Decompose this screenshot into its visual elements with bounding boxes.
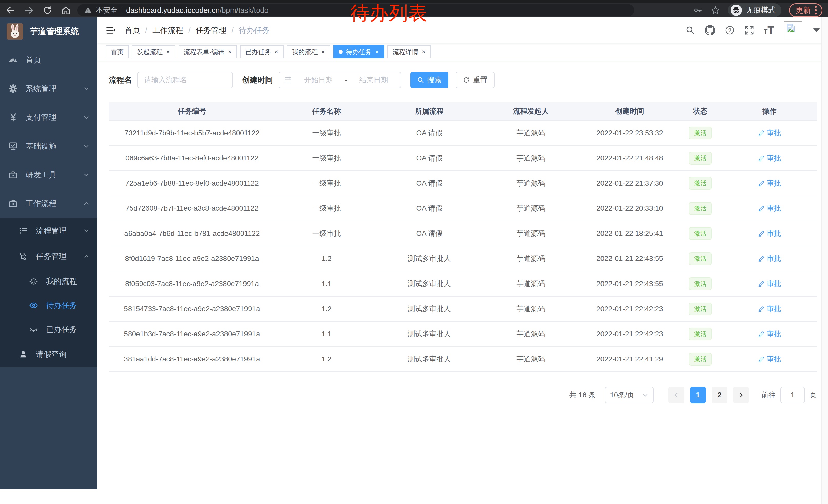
close-icon[interactable]: × xyxy=(227,48,232,55)
page-button-1[interactable]: 1 xyxy=(690,387,706,403)
breadcrumb-item-task-management[interactable]: 任务管理 xyxy=(196,25,226,36)
status-badge: 激活 xyxy=(689,152,711,165)
table-row: 069c6a63-7b8a-11ec-8ef0-acde48001122 一级审… xyxy=(109,146,817,171)
sidebar-item-label: 首页 xyxy=(26,55,41,65)
update-button[interactable]: 更新 xyxy=(789,3,822,17)
tab-process-detail[interactable]: 流程详情 × xyxy=(387,45,431,58)
sidebar-collapse-icon[interactable] xyxy=(106,25,116,35)
sidebar-item-process-management[interactable]: 流程管理 xyxy=(0,218,97,243)
sidebar-item-todo-tasks[interactable]: 待办任务 xyxy=(0,293,97,317)
sidebar-item-infrastructure[interactable]: 基础设施 xyxy=(0,132,97,161)
tab-label: 我的流程 xyxy=(292,48,318,56)
close-icon[interactable]: × xyxy=(421,48,426,55)
approve-button[interactable]: 审批 xyxy=(758,229,781,238)
next-page-button[interactable] xyxy=(733,387,749,403)
avatar[interactable] xyxy=(784,21,802,40)
cell-starter: 芋道源码 xyxy=(481,347,581,372)
close-icon[interactable]: × xyxy=(166,48,170,55)
home-icon[interactable] xyxy=(61,5,71,15)
process-name-input[interactable]: 请输入流程名 xyxy=(137,72,233,88)
search-button[interactable]: 搜索 xyxy=(410,72,448,88)
tab-todo-tasks[interactable]: 待办任务 × xyxy=(333,45,384,58)
logo-row[interactable]: 芋道管理系统 xyxy=(0,17,97,46)
avatar-caret-icon[interactable] xyxy=(813,28,820,32)
cell-starter: 芋道源码 xyxy=(481,271,581,296)
tab-label: 首页 xyxy=(111,48,124,56)
search-label: 搜索 xyxy=(427,75,442,85)
breadcrumb-item-home[interactable]: 首页 xyxy=(125,25,140,36)
approve-button[interactable]: 审批 xyxy=(758,329,781,339)
breadcrumb-separator: / xyxy=(145,26,147,35)
approve-button[interactable]: 审批 xyxy=(758,178,781,188)
col-process: 所属流程 xyxy=(378,102,481,121)
create-time-range-picker[interactable]: 开始日期 - 结束日期 xyxy=(279,72,401,88)
incognito-label: 无痕模式 xyxy=(746,5,776,15)
yen-icon xyxy=(8,113,18,122)
list-icon xyxy=(18,226,28,235)
search-icon[interactable] xyxy=(686,26,695,35)
fullscreen-icon[interactable] xyxy=(744,26,754,35)
incognito-badge: 无痕模式 xyxy=(728,3,781,17)
cell-task-name: 1.1 xyxy=(275,271,378,296)
approve-button[interactable]: 审批 xyxy=(758,153,781,163)
sidebar-item-leave-query[interactable]: 请假查询 xyxy=(0,341,97,367)
browser-menu-dots-icon[interactable] xyxy=(815,5,818,15)
approve-button[interactable]: 审批 xyxy=(758,279,781,289)
prev-page-button[interactable] xyxy=(668,387,685,403)
breadcrumb-item-workflow[interactable]: 工作流程 xyxy=(152,25,183,36)
approve-button[interactable]: 审批 xyxy=(758,128,781,138)
goto-page-input[interactable]: 1 xyxy=(780,387,805,403)
font-size-icon[interactable]: TT xyxy=(764,26,774,35)
sidebar-item-workflow[interactable]: 工作流程 xyxy=(0,189,97,218)
approve-button[interactable]: 审批 xyxy=(758,304,781,314)
approve-button[interactable]: 审批 xyxy=(758,254,781,264)
reset-button[interactable]: 重置 xyxy=(456,72,495,88)
cell-process: 测试多审批人 xyxy=(378,246,481,271)
cell-process: OA 请假 xyxy=(378,146,481,171)
help-icon[interactable]: ? xyxy=(725,26,735,35)
chevron-down-icon xyxy=(83,227,97,234)
table-row: 8f0d1619-7ac8-11ec-a9e2-a2380e71991a 1.2… xyxy=(109,246,817,271)
url-bar[interactable]: 不安全 dashboard.yudao.iocoder.cn/bpm/task/… xyxy=(78,4,634,16)
cell-task-id: 8f0d1619-7ac8-11ec-a9e2-a2380e71991a xyxy=(109,246,275,271)
approve-button[interactable]: 审批 xyxy=(758,203,781,213)
chevron-up-icon xyxy=(83,200,97,207)
table-row: 73211d9d-7b9b-11ec-b5b7-acde48001122 一级审… xyxy=(109,121,817,146)
sidebar-item-system[interactable]: 系统管理 xyxy=(0,74,97,103)
table-header-row: 任务编号 任务名称 所属流程 流程发起人 创建时间 状态 操作 xyxy=(109,102,817,121)
reload-icon[interactable] xyxy=(43,5,52,15)
sidebar-item-payment[interactable]: 支付管理 xyxy=(0,103,97,132)
close-icon[interactable]: × xyxy=(321,48,325,55)
sidebar-item-task-management[interactable]: 任务管理 xyxy=(0,243,97,269)
scrollbar[interactable] xyxy=(821,17,828,504)
tab-my-process[interactable]: 我的流程 × xyxy=(287,45,330,58)
forward-icon[interactable] xyxy=(24,5,34,15)
tab-home[interactable]: 首页 xyxy=(106,45,129,58)
cell-task-name: 1.2 xyxy=(275,246,378,271)
todo-task-table: 任务编号 任务名称 所属流程 流程发起人 创建时间 状态 操作 73211d9d… xyxy=(109,102,817,372)
pen-icon xyxy=(758,331,764,337)
sidebar-item-devtools[interactable]: 研发工具 xyxy=(0,161,97,189)
tab-start-process[interactable]: 发起流程 × xyxy=(132,45,175,58)
approve-label: 审批 xyxy=(767,128,781,138)
tab-done-tasks[interactable]: 已办任务 × xyxy=(240,45,284,58)
cell-process: 测试多审批人 xyxy=(378,296,481,321)
sidebar-item-label: 基础设施 xyxy=(26,141,56,151)
end-date-placeholder: 结束日期 xyxy=(352,75,396,85)
bookmark-star-icon[interactable] xyxy=(710,5,720,15)
sidebar-item-done-tasks[interactable]: 已办任务 xyxy=(0,317,97,341)
page-size-select[interactable]: 10条/页 xyxy=(605,387,654,403)
broken-image-icon xyxy=(786,23,796,33)
approve-button[interactable]: 审批 xyxy=(758,354,781,364)
github-icon[interactable] xyxy=(705,25,715,35)
password-key-icon[interactable] xyxy=(693,5,703,15)
cell-task-id: 73211d9d-7b9b-11ec-b5b7-acde48001122 xyxy=(109,121,275,146)
sidebar-item-my-process[interactable]: 我的流程 xyxy=(0,269,97,293)
page-button-2[interactable]: 2 xyxy=(711,387,728,403)
back-icon[interactable] xyxy=(6,5,15,15)
browser-chrome: 不安全 dashboard.yudao.iocoder.cn/bpm/task/… xyxy=(0,0,828,17)
sidebar-item-home[interactable]: 首页 xyxy=(0,46,97,74)
tab-process-form-edit[interactable]: 流程表单-编辑 × xyxy=(178,45,237,58)
close-icon[interactable]: × xyxy=(274,48,279,55)
close-icon[interactable]: × xyxy=(374,48,379,55)
